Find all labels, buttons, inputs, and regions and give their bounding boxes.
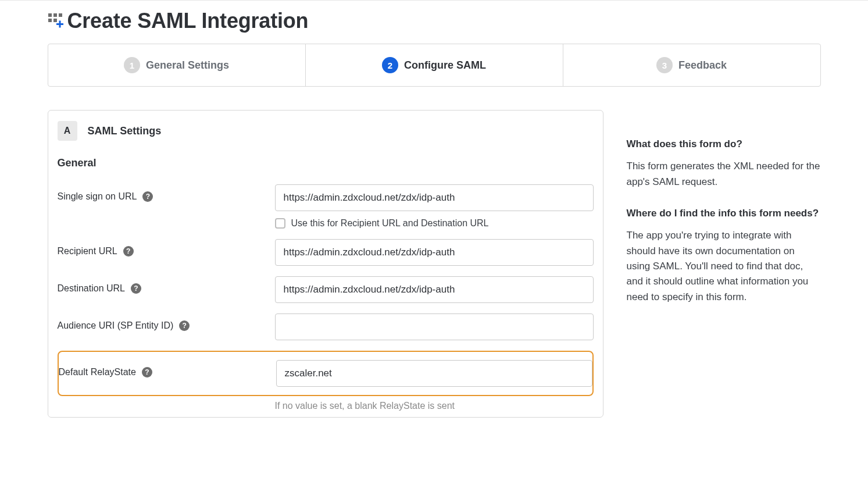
panel-header: A SAML Settings xyxy=(58,121,594,141)
input-sso-url[interactable] xyxy=(275,184,594,211)
help-icon[interactable]: ? xyxy=(179,320,190,331)
input-audience-uri[interactable] xyxy=(275,313,594,340)
input-relay-state[interactable] xyxy=(276,360,592,387)
page-title: Create SAML Integration xyxy=(67,9,309,33)
help-sidebar: What does this form do? This form genera… xyxy=(627,110,821,321)
section-heading-general: General xyxy=(58,157,594,169)
svg-rect-4 xyxy=(53,19,57,22)
app-grid-icon xyxy=(48,13,64,29)
help-text-2: The app you're trying to integrate with … xyxy=(627,228,821,305)
step-number: 3 xyxy=(656,57,673,73)
input-destination-url[interactable] xyxy=(275,276,594,303)
page-header: Create SAML Integration xyxy=(48,6,821,44)
step-feedback[interactable]: 3 Feedback xyxy=(563,44,820,86)
panel-letter-badge: A xyxy=(58,121,77,141)
row-relay-state: Default RelayState ? xyxy=(59,360,592,387)
highlight-relay-state: Default RelayState ? xyxy=(58,351,594,396)
step-number: 2 xyxy=(382,57,398,73)
input-recipient-url[interactable] xyxy=(275,239,594,266)
row-recipient-url: Recipient URL ? xyxy=(58,239,594,266)
help-icon[interactable]: ? xyxy=(131,283,141,294)
row-sso-url: Single sign on URL ? Use this for Recipi… xyxy=(58,184,594,229)
help-icon[interactable]: ? xyxy=(142,367,152,377)
label-sso-url: Single sign on URL xyxy=(58,191,137,202)
svg-rect-0 xyxy=(48,13,52,17)
help-heading-1: What does this form do? xyxy=(627,137,821,152)
checkbox-icon[interactable] xyxy=(275,218,285,229)
step-label: Configure SAML xyxy=(404,59,486,72)
help-text-1: This form generates the XML needed for t… xyxy=(627,159,821,190)
help-heading-2: Where do I find the info this form needs… xyxy=(627,206,821,221)
step-label: Feedback xyxy=(678,59,727,72)
svg-rect-1 xyxy=(53,13,57,17)
svg-rect-3 xyxy=(48,19,52,22)
step-configure-saml[interactable]: 2 Configure SAML xyxy=(305,44,563,86)
checkbox-label: Use this for Recipient URL and Destinati… xyxy=(291,218,489,229)
hint-relay-state: If no value is set, a blank RelayState i… xyxy=(275,401,594,411)
row-audience-uri: Audience URI (SP Entity ID) ? xyxy=(58,313,594,340)
step-label: General Settings xyxy=(146,59,229,72)
wizard-stepper: 1 General Settings 2 Configure SAML 3 Fe… xyxy=(48,44,821,87)
help-icon[interactable]: ? xyxy=(142,191,153,202)
label-destination-url: Destination URL xyxy=(58,283,126,294)
label-audience-uri: Audience URI (SP Entity ID) xyxy=(58,320,174,331)
step-general-settings[interactable]: 1 General Settings xyxy=(48,44,305,86)
row-destination-url: Destination URL ? xyxy=(58,276,594,303)
svg-rect-6 xyxy=(59,21,60,28)
saml-settings-panel: A SAML Settings General Single sign on U… xyxy=(48,110,603,418)
checkbox-use-for-recipient-destination[interactable]: Use this for Recipient URL and Destinati… xyxy=(275,218,594,229)
label-relay-state: Default RelayState xyxy=(59,367,136,377)
svg-rect-2 xyxy=(59,13,62,17)
step-number: 1 xyxy=(124,57,140,73)
help-icon[interactable]: ? xyxy=(123,246,134,256)
label-recipient-url: Recipient URL xyxy=(58,246,117,256)
panel-title: SAML Settings xyxy=(88,125,162,137)
